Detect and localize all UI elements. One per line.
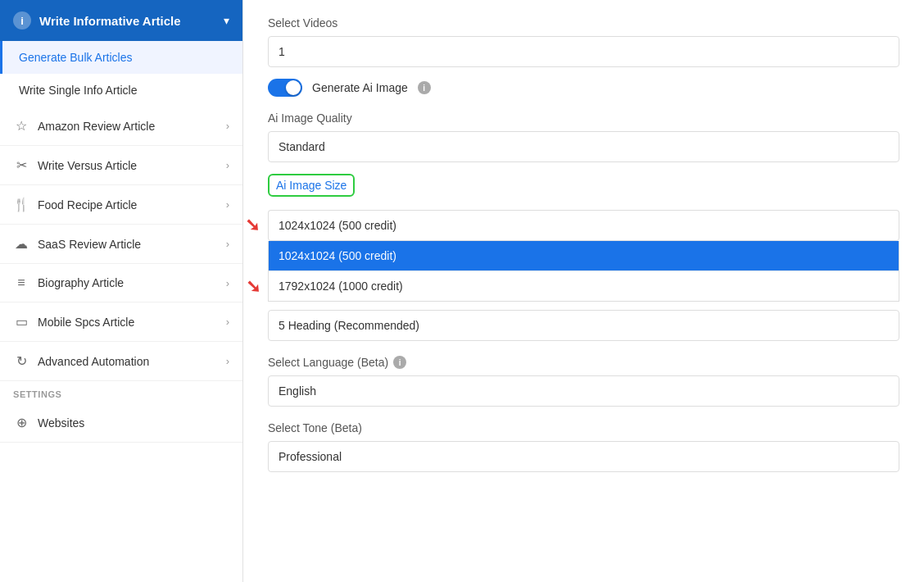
sidebar-header-label: Write Informative Article (39, 14, 181, 28)
generate-ai-image-row: Generate Ai Image i (268, 79, 899, 97)
scissors-icon: ✂ (13, 157, 29, 173)
red-arrow-2: ➘ (246, 276, 260, 298)
sidebar-item-mobile-spcs[interactable]: ▭ Mobile Spcs Article › (0, 302, 242, 342)
sidebar-item-write-single[interactable]: Write Single Info Article (0, 74, 242, 107)
sidebar-header-left: i Write Informative Article (13, 11, 181, 30)
ai-image-size-dropdown[interactable]: ➘ 1024x1024 (500 credit) 1024x1024 (500 … (268, 210, 899, 302)
ai-image-size-section: Ai Image Size ➘ 1024x1024 (500 credit) 1… (268, 174, 899, 302)
sidebar-item-write-versus[interactable]: ✂ Write Versus Article › (0, 146, 242, 185)
select-tone-input[interactable] (268, 441, 899, 472)
generate-ai-image-label: Generate Ai Image (312, 81, 408, 94)
generate-ai-image-info-icon: i (418, 81, 431, 94)
main-content: Select Videos Generate Ai Image i Ai Ima… (243, 0, 924, 582)
arrow-right-icon: › (226, 120, 229, 132)
ai-image-size-label: Ai Image Size (268, 174, 355, 197)
fork-icon: 🍴 (13, 197, 29, 212)
arrow-right-icon: › (226, 159, 229, 171)
select-tone-label: Select Tone (Beta) (268, 421, 899, 434)
dropdown-options-list: 1024x1024 (500 credit) ➘ 1792x1024 (1000… (268, 241, 899, 302)
red-arrow-1: ➘ (245, 215, 260, 236)
sidebar-item-generate-bulk[interactable]: Generate Bulk Articles (0, 41, 242, 74)
globe-icon: ⊕ (13, 415, 29, 430)
sidebar-item-food-recipe[interactable]: 🍴 Food Recipe Article › (0, 185, 242, 225)
select-videos-label: Select Videos (268, 16, 899, 30)
dropdown-option-2[interactable]: 1792x1024 (1000 credit) (269, 271, 899, 301)
dropdown-first-option[interactable]: 1024x1024 (500 credit) (268, 210, 899, 241)
select-language-input[interactable] (268, 375, 899, 407)
sidebar-header[interactable]: i Write Informative Article ▾ (0, 0, 242, 41)
settings-label: SETTINGS (0, 381, 242, 403)
document-icon: ≡ (13, 275, 29, 290)
sidebar-item-saas-review[interactable]: ☁ SaaS Review Article › (0, 225, 242, 264)
toggle-knob (286, 80, 301, 95)
arrow-right-icon: › (226, 277, 229, 289)
sidebar-item-advanced-automation[interactable]: ↻ Advanced Automation › (0, 342, 242, 381)
arrow-right-icon: › (226, 316, 229, 328)
generate-ai-image-toggle[interactable] (268, 79, 302, 97)
sidebar-item-websites[interactable]: ⊕ Websites (0, 403, 242, 443)
ai-image-quality-input[interactable] (268, 131, 899, 162)
arrow-right-icon: › (226, 198, 229, 211)
sidebar-item-biography[interactable]: ≡ Biography Article › (0, 264, 242, 302)
cloud-icon: ☁ (13, 236, 29, 252)
sidebar: i Write Informative Article ▾ Generate B… (0, 0, 243, 582)
arrow-right-icon: › (226, 355, 229, 367)
select-language-info-icon: i (393, 356, 406, 369)
arrow-right-icon: › (226, 238, 229, 250)
info-icon: i (13, 11, 31, 30)
ai-image-quality-label: Ai Image Quality (268, 111, 899, 125)
dropdown-option-1[interactable]: 1024x1024 (500 credit) (269, 241, 899, 271)
num-headings-input[interactable] (268, 310, 899, 341)
mobile-icon: ▭ (13, 314, 29, 330)
select-videos-input[interactable] (268, 36, 899, 67)
chevron-down-icon: ▾ (224, 14, 229, 27)
star-icon: ☆ (13, 118, 29, 134)
select-language-label: Select Language (Beta) i (268, 356, 899, 369)
automation-icon: ↻ (13, 353, 29, 369)
sidebar-item-amazon-review[interactable]: ☆ Amazon Review Article › (0, 107, 242, 146)
